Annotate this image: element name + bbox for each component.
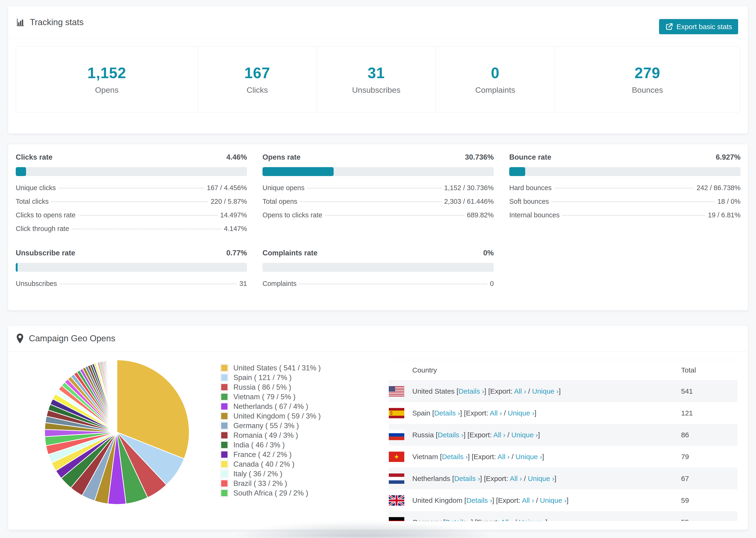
total-value: 55 — [681, 518, 689, 521]
details-link[interactable]: Details › — [445, 518, 471, 521]
details-link[interactable]: Details › — [459, 387, 484, 395]
rate-row: Unique opens1,152 / 30.736% — [262, 184, 494, 198]
legend-swatch — [220, 364, 228, 372]
country-cell: Germany [Details ›] [Export: All › / Uni… — [412, 518, 547, 521]
rate-row-value: 1,152 / 30.736% — [444, 184, 494, 192]
rate-row-value: 19 / 6.81% — [708, 211, 740, 219]
details-link[interactable]: Details › — [434, 409, 460, 417]
rate-progress-track — [16, 263, 247, 272]
stat-cell-complaints: 0Complaints — [436, 46, 555, 112]
stat-value: 279 — [635, 64, 661, 82]
details-link[interactable]: Details › — [454, 475, 480, 482]
rate-row: Hard bounces242 / 86.738% — [509, 184, 740, 198]
geo-title: Campaign Geo Opens — [29, 334, 115, 344]
legend-swatch — [220, 403, 228, 410]
export-unique-link[interactable]: Unique › — [508, 409, 534, 417]
export-all-link[interactable]: All › — [514, 387, 526, 395]
legend-item-vietnam[interactable]: Vietnam ( 79 / 5% ) — [220, 392, 321, 402]
table-row-spain: Spain [Details ›] [Export: All › / Uniqu… — [389, 402, 737, 424]
geo-pie-chart[interactable] — [42, 357, 192, 507]
rate-row-label: Click through rate — [16, 225, 69, 233]
legend-swatch — [220, 460, 228, 468]
legend-item-india[interactable]: India ( 46 / 3% ) — [220, 440, 321, 450]
rate-row-value: 2,303 / 61.446% — [444, 198, 494, 205]
export-unique-link[interactable]: Unique › — [512, 431, 538, 439]
rate-progress-fill — [16, 263, 18, 272]
legend-item-united-states[interactable]: United States ( 541 / 31% ) — [220, 363, 321, 373]
export-unique-link[interactable]: Unique › — [540, 497, 567, 504]
export-unique-link[interactable]: Unique › — [519, 518, 545, 521]
rate-row-label: Complaints — [262, 280, 297, 288]
rate-section-bounce-rate: Bounce rate6.927%Hard bounces242 / 86.73… — [509, 153, 740, 225]
export-basic-stats-button[interactable]: Export basic stats — [659, 19, 738, 34]
rate-row-value: 220 / 5.87% — [211, 198, 247, 205]
details-link[interactable]: Details › — [442, 453, 468, 460]
export-unique-link[interactable]: Unique › — [528, 475, 554, 482]
legend-item-italy[interactable]: Italy ( 36 / 2% ) — [220, 469, 321, 479]
legend-item-south-africa[interactable]: South Africa ( 29 / 2% ) — [220, 488, 321, 498]
column-header-country: Country — [412, 366, 437, 374]
export-icon — [665, 23, 673, 31]
pie-legend: United States ( 541 / 31% )Spain ( 121 /… — [220, 363, 321, 498]
legend-item-romania[interactable]: Romania ( 49 / 3% ) — [220, 430, 321, 440]
rate-percent: 0.77% — [226, 249, 247, 257]
legend-label: Spain ( 121 / 7% ) — [233, 373, 292, 382]
rate-section-clicks-rate: Clicks rate4.46%Unique clicks167 / 4.456… — [16, 153, 247, 239]
legend-label: Germany ( 55 / 3% ) — [233, 422, 299, 430]
dotted-leader — [60, 284, 237, 284]
tracking-stats-header: Tracking stats — [8, 6, 748, 39]
legend-label: South Africa ( 29 / 2% ) — [233, 489, 308, 497]
rate-row-value: 242 / 86.738% — [697, 184, 740, 192]
legend-swatch — [220, 412, 228, 420]
details-link[interactable]: Details › — [466, 497, 492, 504]
legend-item-france[interactable]: France ( 42 / 2% ) — [220, 450, 321, 459]
table-row-russia: Russia [Details ›] [Export: All › / Uniq… — [389, 424, 737, 446]
export-unique-link[interactable]: Unique › — [515, 453, 542, 460]
export-all-link[interactable]: All › — [522, 497, 534, 504]
rate-section-complaints-rate: Complaints rate0%Complaints0 — [262, 249, 494, 294]
rate-row-label: Opens to clicks rate — [262, 211, 322, 219]
legend-swatch — [220, 374, 228, 381]
legend-swatch — [220, 441, 228, 449]
export-unique-link[interactable]: Unique › — [532, 387, 559, 395]
legend-item-russia[interactable]: Russia ( 86 / 5% ) — [220, 382, 321, 392]
export-all-link[interactable]: All › — [510, 475, 522, 482]
rate-row-label: Total clicks — [16, 198, 49, 205]
legend-label: France ( 42 / 2% ) — [233, 451, 292, 459]
rate-title: Unsubscribe rate — [16, 249, 75, 257]
tracking-stats-title: Tracking stats — [30, 17, 83, 27]
rate-progress-fill — [509, 167, 525, 176]
total-value: 121 — [681, 409, 693, 417]
country-flag-icon-de — [389, 517, 404, 521]
stat-label: Clicks — [246, 85, 268, 95]
export-all-link[interactable]: All › — [501, 518, 513, 521]
dotted-leader — [552, 201, 715, 202]
legend-item-brazil[interactable]: Brazil ( 33 / 2% ) — [220, 479, 321, 488]
export-all-link[interactable]: All › — [498, 453, 510, 460]
legend-item-netherlands[interactable]: Netherlands ( 67 / 4% ) — [220, 402, 321, 411]
details-link[interactable]: Details › — [438, 431, 463, 439]
legend-item-united-kingdom[interactable]: United Kingdom ( 59 / 3% ) — [220, 411, 321, 421]
dotted-leader — [555, 188, 694, 188]
legend-item-spain[interactable]: Spain ( 121 / 7% ) — [220, 373, 321, 382]
legend-item-canada[interactable]: Canada ( 40 / 2% ) — [220, 459, 321, 469]
dotted-leader — [299, 284, 487, 284]
rate-row: Click through rate4.147% — [16, 225, 247, 239]
rate-progress-track — [262, 167, 494, 176]
legend-label: Russia ( 86 / 5% ) — [233, 383, 291, 392]
legend-label: Netherlands ( 67 / 4% ) — [233, 402, 308, 411]
export-all-link[interactable]: All › — [493, 431, 506, 439]
legend-label: United States ( 541 / 31% ) — [233, 364, 321, 372]
legend-swatch — [220, 470, 228, 478]
export-button-label: Export basic stats — [676, 23, 732, 31]
country-name: United States — [412, 387, 455, 395]
rate-row-value: 4.147% — [224, 225, 247, 233]
legend-swatch — [220, 383, 228, 391]
legend-swatch — [220, 431, 228, 439]
rate-row: Total clicks220 / 5.87% — [16, 198, 247, 211]
rate-row-label: Hard bounces — [509, 184, 552, 192]
stat-cell-unsubscribes: 31Unsubscribes — [317, 46, 436, 112]
export-all-link[interactable]: All › — [490, 409, 502, 417]
legend-item-germany[interactable]: Germany ( 55 / 3% ) — [220, 421, 321, 430]
rate-row-label: Total opens — [262, 198, 297, 205]
